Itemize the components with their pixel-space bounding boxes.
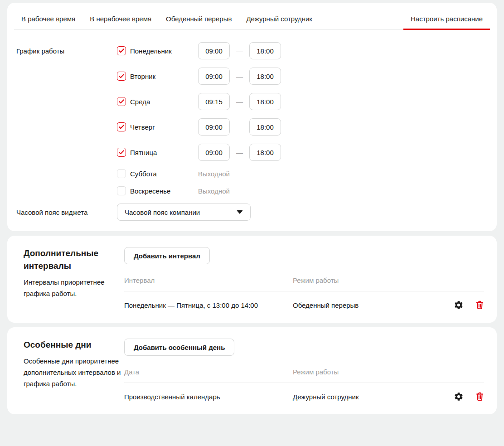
tab-label: В рабочее время: [21, 15, 75, 23]
chevron-down-icon: [237, 210, 243, 214]
day-cell: Пятница: [117, 144, 198, 161]
tuesday-start-input[interactable]: [198, 68, 230, 85]
special-day-mode: Дежурный сотрудник: [293, 393, 359, 401]
time-range-dash: —: [236, 98, 243, 106]
time-range-dash: —: [236, 149, 243, 156]
tab-working-hours[interactable]: В рабочее время: [14, 8, 82, 29]
card-description: Особенные дни приоритетнее дополнительны…: [24, 355, 124, 389]
interval-value: Понедельник — Пятница, с 13:00 до 14:00: [124, 301, 293, 309]
day-label: Среда: [130, 98, 150, 106]
add-interval-button[interactable]: Добавить интервал: [124, 247, 210, 264]
check-icon: [119, 125, 124, 129]
day-cell: Среда: [117, 93, 198, 110]
day-cell: Четверг: [117, 118, 198, 136]
monday-end-input[interactable]: [249, 42, 281, 59]
monday-start-input[interactable]: [198, 42, 230, 59]
friday-end-input[interactable]: [249, 144, 281, 161]
spacer: [16, 118, 117, 136]
column-header-date: Дата: [124, 368, 293, 376]
day-cell: Воскресенье: [117, 186, 198, 195]
check-icon: [119, 99, 124, 104]
friday-start-input[interactable]: [198, 144, 230, 161]
tab-lunch-break[interactable]: Обеденный перерыв: [159, 8, 239, 29]
friday-checkbox[interactable]: [117, 148, 126, 157]
day-off-label: Выходной: [198, 187, 230, 195]
card-title: Дополнительные интервалы: [24, 247, 124, 272]
day-label: Воскресенье: [130, 187, 170, 195]
timezone-row: Часовой пояс виджета Часовой пояс компан…: [16, 204, 488, 221]
row-actions: [454, 392, 484, 402]
row-actions: [454, 300, 484, 310]
card-info: Дополнительные интервалы Интервалы приор…: [24, 247, 124, 312]
schedule-label: График работы: [16, 42, 117, 59]
day-label: Четверг: [130, 123, 155, 131]
thursday-checkbox[interactable]: [117, 122, 126, 131]
day-label: Суббота: [130, 170, 157, 178]
check-icon: [119, 150, 124, 155]
check-icon: [119, 48, 124, 53]
time-range: —: [198, 118, 281, 136]
tab-label: Обеденный перерыв: [166, 15, 232, 23]
timezone-label: Часовой пояс виджета: [16, 204, 117, 221]
schedule-settings-page: В рабочее время В нерабочее время Обеден…: [0, 0, 504, 422]
time-range: —: [198, 68, 281, 85]
card-content: Добавить особенный день Дата Режим работ…: [124, 339, 484, 404]
tuesday-checkbox[interactable]: [117, 72, 126, 81]
time-range-dash: —: [236, 47, 243, 55]
special-days-table-header: Дата Режим работы: [124, 368, 484, 383]
delete-interval-button[interactable]: [475, 300, 484, 310]
spacer: [16, 186, 117, 195]
trash-icon: [475, 300, 484, 310]
time-range: —: [198, 42, 281, 59]
wednesday-checkbox[interactable]: [117, 97, 126, 106]
wednesday-start-input[interactable]: [198, 93, 230, 110]
card-info: Особенные дни Особенные дни приоритетнее…: [24, 339, 124, 404]
time-range-dash: —: [236, 123, 243, 131]
day-row-friday: Пятница —: [16, 144, 488, 161]
spacer: [16, 144, 117, 161]
wednesday-end-input[interactable]: [249, 93, 281, 110]
special-day-row: Производственный календарь Дежурный сотр…: [124, 383, 484, 402]
sunday-checkbox[interactable]: [117, 186, 126, 195]
day-row-wednesday: Среда —: [16, 93, 488, 110]
add-special-day-button[interactable]: Добавить особенный день: [124, 339, 234, 356]
intervals-table-header: Интервал Режим работы: [124, 276, 484, 291]
day-cell: Вторник: [117, 68, 198, 85]
day-label: Пятница: [130, 149, 157, 156]
tab-duty-employee[interactable]: Дежурный сотрудник: [239, 8, 320, 29]
trash-icon: [475, 392, 484, 402]
card-description: Интервалы приоритетнее графика работы.: [24, 276, 124, 299]
monday-checkbox[interactable]: [117, 46, 126, 55]
day-cell: Суббота: [117, 169, 198, 178]
schedule-card: В рабочее время В нерабочее время Обеден…: [7, 3, 497, 231]
spacer: [16, 68, 117, 85]
column-header-mode: Режим работы: [293, 368, 484, 376]
day-row-monday: График работы Понедельник —: [16, 42, 488, 59]
day-label: Вторник: [130, 73, 155, 80]
card-title: Особенные дни: [24, 339, 124, 351]
edit-interval-button[interactable]: [454, 300, 464, 310]
delete-special-day-button[interactable]: [475, 392, 484, 402]
tuesday-end-input[interactable]: [249, 68, 281, 85]
spacer: [16, 93, 117, 110]
day-label: Понедельник: [130, 47, 172, 55]
thursday-end-input[interactable]: [249, 118, 281, 136]
tab-nonworking-hours[interactable]: В нерабочее время: [82, 8, 159, 29]
time-range: —: [198, 144, 281, 161]
day-row-thursday: Четверг —: [16, 118, 488, 136]
additional-intervals-card: Дополнительные интервалы Интервалы приор…: [7, 236, 497, 323]
thursday-start-input[interactable]: [198, 118, 230, 136]
saturday-checkbox[interactable]: [117, 169, 126, 178]
day-off-label: Выходной: [198, 170, 230, 178]
interval-mode: Обеденный перерыв: [293, 301, 359, 309]
timezone-value: Часовой пояс компании: [125, 208, 200, 216]
column-header-mode: Режим работы: [293, 276, 484, 284]
tab-label: Настроить расписание: [411, 15, 483, 23]
tab-configure-schedule[interactable]: Настроить расписание: [403, 8, 490, 29]
card-content: Добавить интервал Интервал Режим работы …: [124, 247, 484, 312]
work-schedule-form: График работы Понедельник —: [7, 30, 497, 231]
gear-icon: [454, 392, 464, 402]
timezone-select[interactable]: Часовой пояс компании: [117, 204, 251, 221]
edit-special-day-button[interactable]: [454, 392, 464, 402]
tab-label: В нерабочее время: [90, 15, 151, 23]
